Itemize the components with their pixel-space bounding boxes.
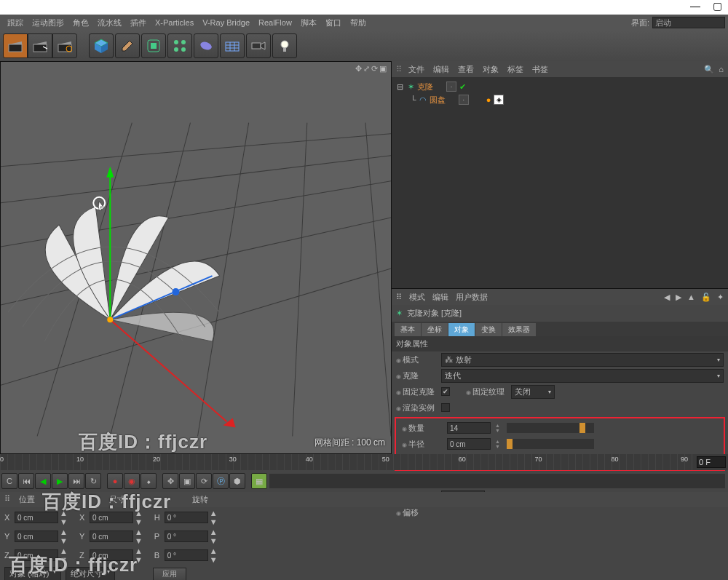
film-icon[interactable]: ▦ — [251, 473, 267, 489]
search-icon[interactable]: 🔍 — [704, 65, 714, 74]
powerslider[interactable] — [269, 474, 725, 488]
pla-icon[interactable]: ⬢ — [229, 473, 245, 489]
attr-tab-mode[interactable]: 模式 — [409, 292, 425, 303]
subtab-object[interactable]: 对象 — [448, 323, 475, 336]
attr-tab-edit[interactable]: 编辑 — [432, 292, 448, 303]
rot-b[interactable] — [165, 549, 208, 561]
view-pan-icon[interactable]: ✥ — [355, 64, 362, 74]
clapper-1[interactable] — [3, 33, 28, 58]
subtab-coord[interactable]: 坐标 — [422, 323, 448, 336]
scale-icon[interactable]: ▣ — [179, 473, 195, 489]
rot-p[interactable] — [165, 531, 208, 542]
new-icon[interactable]: ✦ — [717, 293, 724, 302]
obj-tab-view[interactable]: 查看 — [458, 64, 474, 75]
lock-icon[interactable]: 🔓 — [701, 293, 711, 302]
ctab-size[interactable]: 尺寸 — [109, 494, 125, 505]
view-max-icon[interactable]: ▣ — [379, 64, 387, 74]
tree-disc[interactable]: 圆盘 — [430, 95, 446, 106]
param-icon[interactable]: Ⓟ — [213, 473, 229, 489]
menu-script[interactable]: 脚本 — [296, 15, 321, 31]
clapper-2[interactable] — [28, 33, 52, 58]
obj-tab-bookmarks[interactable]: 书签 — [532, 64, 548, 75]
size-x[interactable] — [90, 512, 133, 523]
menu-window[interactable]: 窗口 — [321, 15, 346, 31]
subtab-effectors[interactable]: 效果器 — [502, 323, 536, 336]
play-rev[interactable]: ◀ — [35, 473, 51, 489]
phong-tag[interactable]: ◈ — [494, 95, 504, 105]
menu-vray[interactable]: V-Ray Bridge — [198, 15, 254, 31]
radius-slider[interactable] — [507, 439, 594, 449]
grip-icon-3[interactable]: ⠿ — [4, 494, 10, 505]
coord-mode[interactable]: 对象 (相对) — [4, 567, 61, 580]
camera-icon[interactable] — [246, 33, 271, 58]
perspective-viewport[interactable]: ✥ ⤢ ⟳ ▣ — [0, 61, 392, 454]
renderinst-check[interactable] — [441, 403, 450, 412]
nav-fwd-icon[interactable]: ▶ — [676, 293, 681, 302]
layer-dot-2[interactable]: · — [459, 95, 469, 105]
timeline[interactable]: 0 10 20 30 40 50 60 70 80 90 — [0, 454, 728, 470]
deformer-icon[interactable] — [194, 33, 218, 58]
view-rotate-icon[interactable]: ⟳ — [371, 64, 378, 74]
tag-dot[interactable]: ● — [486, 95, 491, 104]
radius-input[interactable] — [447, 438, 491, 450]
menu-character[interactable]: 角色 — [68, 15, 93, 31]
obj-tab-edit[interactable]: 编辑 — [433, 64, 449, 75]
enable-check[interactable]: ✔ — [459, 82, 466, 92]
subtab-transform[interactable]: 变换 — [475, 323, 502, 336]
menu-plugins[interactable]: 插件 — [126, 15, 151, 31]
loop[interactable]: ↻ — [85, 473, 101, 489]
grip-icon-2[interactable]: ⠿ — [396, 293, 402, 302]
cube-icon[interactable] — [89, 33, 114, 58]
size-mode[interactable]: 绝对尺寸 — [66, 567, 115, 580]
clapper-3[interactable] — [52, 33, 77, 58]
play-fwd[interactable]: ▶ — [52, 473, 68, 489]
count-input[interactable] — [447, 422, 491, 434]
obj-tab-file[interactable]: 文件 — [408, 64, 424, 75]
view-zoom-icon[interactable]: ⤢ — [363, 64, 370, 74]
array-icon[interactable] — [167, 33, 192, 58]
expand-icon[interactable]: ⊟ — [395, 82, 405, 92]
apply-button[interactable]: 应用 — [153, 568, 186, 581]
pos-z[interactable] — [15, 549, 58, 561]
layer-dot[interactable]: · — [446, 82, 456, 92]
obj-tab-tags[interactable]: 标签 — [507, 64, 523, 75]
move-icon[interactable]: ✥ — [162, 473, 178, 489]
layout-field[interactable] — [652, 17, 725, 28]
subtab-basic[interactable]: 基本 — [395, 323, 421, 336]
attr-tab-userdata[interactable]: 用户数据 — [456, 292, 488, 303]
menu-mograph[interactable]: 运动图形 — [28, 15, 68, 31]
size-y[interactable] — [90, 531, 133, 542]
clone-select[interactable]: 迭代 — [441, 369, 724, 383]
keysel[interactable]: ⬥ — [141, 473, 157, 489]
pen-icon[interactable] — [115, 33, 140, 58]
light-icon[interactable] — [272, 33, 297, 58]
nurbs-icon[interactable] — [141, 33, 166, 58]
menu-track[interactable]: 跟踪 — [3, 15, 28, 31]
window-min[interactable]: — — [684, 0, 706, 15]
home-icon[interactable]: ⌂ — [719, 65, 724, 74]
auto-key[interactable]: ◉ — [124, 473, 140, 489]
rec-key[interactable]: ● — [107, 473, 123, 489]
pos-y[interactable] — [15, 531, 58, 542]
current-frame[interactable] — [697, 456, 726, 468]
fixclone-check[interactable]: ✔ — [441, 387, 450, 396]
goto-start[interactable]: ⏮ — [18, 473, 34, 489]
nav-up-icon[interactable]: ▲ — [687, 293, 695, 302]
goto-end[interactable]: ⏭ — [68, 473, 84, 489]
menu-xparticles[interactable]: X-Particles — [151, 15, 198, 31]
pos-x[interactable] — [15, 512, 58, 523]
tree-cloner[interactable]: 克隆 — [417, 82, 433, 92]
mode-select[interactable]: ⁂放射 — [441, 353, 724, 367]
menu-realflow[interactable]: RealFlow — [254, 15, 296, 31]
menu-pipeline[interactable]: 流水线 — [93, 15, 126, 31]
window-max[interactable]: ▢ — [706, 0, 728, 15]
ctab-rot[interactable]: 旋转 — [192, 494, 208, 505]
obj-tab-objects[interactable]: 对象 — [483, 64, 499, 75]
count-slider[interactable] — [507, 423, 594, 433]
rotate-icon[interactable]: ⟳ — [196, 473, 212, 489]
nav-back-icon[interactable]: ◀ — [664, 293, 670, 302]
rot-h[interactable] — [165, 512, 208, 523]
ctab-pos[interactable]: 位置 — [19, 494, 35, 505]
size-z[interactable] — [90, 549, 133, 561]
grip-icon[interactable]: ⠿ — [396, 65, 400, 74]
